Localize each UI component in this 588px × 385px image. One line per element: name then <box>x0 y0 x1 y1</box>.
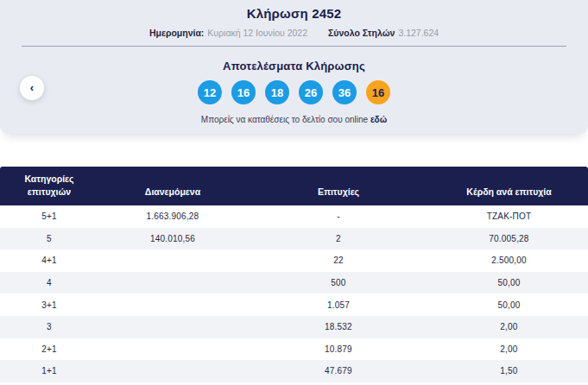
cell-category: 3 <box>0 316 98 338</box>
cell-distributed <box>98 316 247 338</box>
drawn-number-ball: 16 <box>231 80 256 104</box>
results-title: Αποτελέσματα Κλήρωσης <box>0 60 588 73</box>
cell-distributed <box>98 249 247 272</box>
cell-wins: 22 <box>247 249 430 272</box>
header-divider <box>22 46 566 47</box>
date-label: Ημερομηνία: <box>149 28 204 38</box>
cell-wins: 500 <box>247 272 430 294</box>
column-header: Κατηγορίες επιτυχιών <box>0 167 98 205</box>
drawn-number-ball: 36 <box>332 80 357 104</box>
cell-category: 5 <box>0 228 98 250</box>
cell-prize: 2.500,00 <box>430 249 588 272</box>
cell-category: 3+1 <box>0 293 98 316</box>
table-row: 5+11.663.906,28-ΤΖΑΚ-ΠΟΤ <box>0 205 588 228</box>
draw-meta: Ημερομηνία: Κυριακή 12 Ιουνίου 2022 Σύνο… <box>0 28 588 38</box>
cell-distributed: 1.663.906,28 <box>98 205 247 228</box>
table-row: 2+110.8792,00 <box>0 338 588 361</box>
cell-wins: 18.532 <box>247 316 430 338</box>
drawn-numbers: 121618263616 <box>0 80 588 104</box>
table-row: 1+147.6791,50 <box>0 360 588 382</box>
cell-prize: 70.005,28 <box>430 228 588 250</box>
column-header: Επιτυχίες <box>247 167 430 205</box>
table-row: 318.5322,00 <box>0 316 588 338</box>
draw-title: Κλήρωση 2452 <box>0 0 588 21</box>
online-text: Μπορείς να καταθέσεις το δελτίο σου onli… <box>201 115 368 124</box>
winnings-table: Κατηγορίες επιτυχιώνΔιανεμόμεναΕπιτυχίες… <box>0 167 588 382</box>
cell-prize: 2,00 <box>430 338 588 361</box>
cell-wins: 1.057 <box>247 293 430 316</box>
cell-distributed <box>98 338 247 361</box>
cell-prize: 50,00 <box>430 293 588 316</box>
column-header: Διανεμόμενα <box>98 167 247 205</box>
table-row: 3+11.05750,00 <box>0 293 588 316</box>
columns-value: 3.127.624 <box>398 28 439 38</box>
cell-category: 4 <box>0 272 98 294</box>
table-row: 450050,00 <box>0 272 588 294</box>
cell-distributed: 140.010,56 <box>98 228 247 250</box>
cell-distributed <box>98 272 247 294</box>
previous-draw-button[interactable]: ‹ <box>20 76 44 100</box>
draw-date: Ημερομηνία: Κυριακή 12 Ιουνίου 2022 <box>149 28 307 38</box>
lottery-results-page: Κλήρωση 2452 Ημερομηνία: Κυριακή 12 Ιουν… <box>0 0 588 385</box>
column-header: Κέρδη ανά επιτυχία <box>430 167 588 205</box>
chevron-left-icon: ‹ <box>30 81 34 94</box>
cell-prize: 2,00 <box>430 316 588 338</box>
cell-category: 4+1 <box>0 249 98 272</box>
cell-distributed <box>98 360 247 382</box>
cell-wins: 10.879 <box>247 338 430 361</box>
table-header-row: Κατηγορίες επιτυχιώνΔιανεμόμεναΕπιτυχίες… <box>0 167 588 205</box>
cell-distributed <box>98 293 247 316</box>
table-body: 5+11.663.906,28-ΤΖΑΚ-ΠΟΤ5140.010,56270.0… <box>0 205 588 382</box>
table-row: 5140.010,56270.005,28 <box>0 228 588 250</box>
cell-prize: 50,00 <box>430 272 588 294</box>
drawn-number-ball: 18 <box>265 80 289 104</box>
cell-wins: - <box>247 205 430 228</box>
table-row: 4+1222.500,00 <box>0 249 588 272</box>
columns-label: Σύνολο Στηλών <box>328 28 395 38</box>
cell-wins: 47.679 <box>247 360 430 382</box>
cell-category: 1+1 <box>0 360 98 382</box>
online-submit-line: Μπορείς να καταθέσεις το δελτίο σου onli… <box>0 115 588 124</box>
date-value: Κυριακή 12 Ιουνίου 2022 <box>207 28 307 38</box>
cell-category: 5+1 <box>0 205 98 228</box>
drawn-number-ball: 12 <box>198 80 222 104</box>
joker-number-ball: 16 <box>366 80 390 104</box>
total-columns: Σύνολο Στηλών 3.127.624 <box>328 28 439 38</box>
draw-info-panel: Κλήρωση 2452 Ημερομηνία: Κυριακή 12 Ιουν… <box>0 0 588 134</box>
cell-prize: 1,50 <box>430 360 588 382</box>
cell-wins: 2 <box>247 228 430 250</box>
drawn-number-ball: 26 <box>299 80 323 104</box>
cell-category: 2+1 <box>0 338 98 361</box>
online-here-link[interactable]: εδώ <box>370 115 387 124</box>
cell-prize: ΤΖΑΚ-ΠΟΤ <box>430 205 588 228</box>
